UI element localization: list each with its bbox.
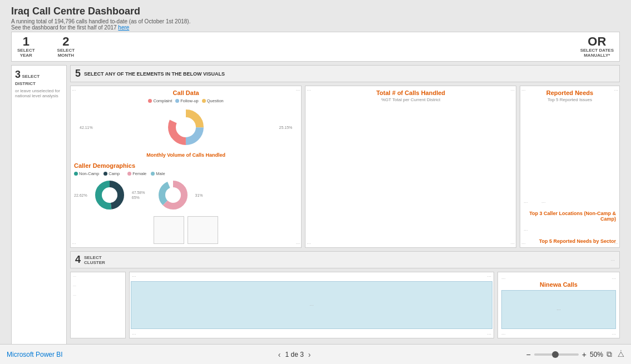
placeholder-box-1 xyxy=(154,216,184,244)
page-indicator: 1 de 3 xyxy=(285,351,303,358)
caller-locations-label: Top 3 Caller Locations (Non-Camp & Camp) xyxy=(524,211,616,222)
total-calls-title: Total # of Calls Handled xyxy=(309,89,512,96)
step2-selector[interactable]: 2 SELECTMONTH xyxy=(57,36,75,58)
step4-row: 4 SELECTCLUSTER ··· xyxy=(70,251,620,268)
expand-icon[interactable]: ⧉ xyxy=(607,350,612,359)
here-link[interactable]: here xyxy=(118,24,129,31)
corner-tl: ··· xyxy=(72,87,76,93)
caller-demographics-panel: Caller Demographics Non-Camp Camp Female… xyxy=(74,162,298,212)
needs-by-sector-label: Top 5 Reported Needs by Sector xyxy=(524,238,616,244)
bottom-row: ··· ··· ··· ··· ··· ··· ··· xyxy=(70,272,620,338)
ninewa-chart: ··· xyxy=(501,290,616,329)
dashboard-title: Iraq Call Centre Dashboard xyxy=(11,6,620,17)
total-calls-panel: ··· ··· Total # of Calls Handled %GT Tot… xyxy=(305,86,516,248)
or-selector: OR SELECT DATESMANUALLY* xyxy=(580,36,614,58)
reported-needs-title: Reported Needs xyxy=(524,89,616,96)
next-page-button[interactable]: › xyxy=(308,350,311,359)
corner-tr: ··· xyxy=(296,87,300,93)
total-calls-subtitle: %GT Total per Current District xyxy=(309,97,512,102)
step5-header: 5 SELECT ANY OF THE ELEMENTS IN THE BELO… xyxy=(70,65,620,82)
dashboard-subtitle: A running total of 194,796 calls handled… xyxy=(11,18,620,31)
caller-demographics-title: Caller Demographics xyxy=(74,162,298,169)
zoom-slider[interactable] xyxy=(534,353,579,356)
corner-br: ··· xyxy=(296,241,300,246)
reported-needs-subtitle: Top 5 Reported Issues xyxy=(524,97,616,102)
zoom-plus[interactable]: + xyxy=(582,350,586,359)
demographics-legend: Non-Camp Camp Female Male xyxy=(74,171,298,176)
placeholder-boxes xyxy=(74,216,298,244)
ninewa-title: Ninewa Calls xyxy=(501,281,616,288)
zoom-level: 50% xyxy=(590,351,603,358)
call-data-donut: 42.11% 25.15% xyxy=(74,108,298,147)
bottom-left-blank: ··· ··· ··· xyxy=(70,272,126,338)
bottom-right-icons: ⧉ ⧊ xyxy=(607,350,624,359)
powerbi-link[interactable]: Microsoft Power BI xyxy=(7,351,63,358)
step3-panel: 3 SELECTDISTRICT or leave unselected for… xyxy=(11,65,67,344)
monthly-volume-label: Monthly Volume of Calls Handled xyxy=(74,152,298,158)
placeholder-box-2 xyxy=(188,216,218,244)
call-data-title: Call Data xyxy=(74,89,298,96)
ninewa-panel: ··· ··· Ninewa Calls ··· ··· ··· xyxy=(497,272,620,338)
top-selectors: 1 SELECTYEAR 2 SELECTMONTH OR SELECT DAT… xyxy=(11,32,620,62)
fullscreen-icon[interactable]: ⧊ xyxy=(618,350,624,359)
bottom-middle: ··· ··· ··· ··· ··· xyxy=(129,272,494,338)
call-data-legend: Complaint Follow-up Question xyxy=(74,98,298,103)
demographics-donuts: 22.62% 47.58% 65% xyxy=(74,178,298,212)
prev-page-button[interactable]: ‹ xyxy=(278,350,281,359)
zoom-control: − + 50% ⧉ ⧊ xyxy=(526,350,624,359)
step1-selector[interactable]: 1 SELECTYEAR xyxy=(17,36,35,58)
bottom-bar: Microsoft Power BI ‹ 1 de 3 › − + 50% ⧉ … xyxy=(0,344,631,364)
pagination: ‹ 1 de 3 › xyxy=(278,350,311,359)
reported-needs-panel: ··· ··· Reported Needs Top 5 Reported Is… xyxy=(520,86,620,248)
zoom-minus[interactable]: − xyxy=(526,350,531,359)
corner-bl: ··· xyxy=(72,241,76,246)
call-data-panel: ··· ··· Call Data Complaint Follow-up Qu… xyxy=(70,86,302,248)
